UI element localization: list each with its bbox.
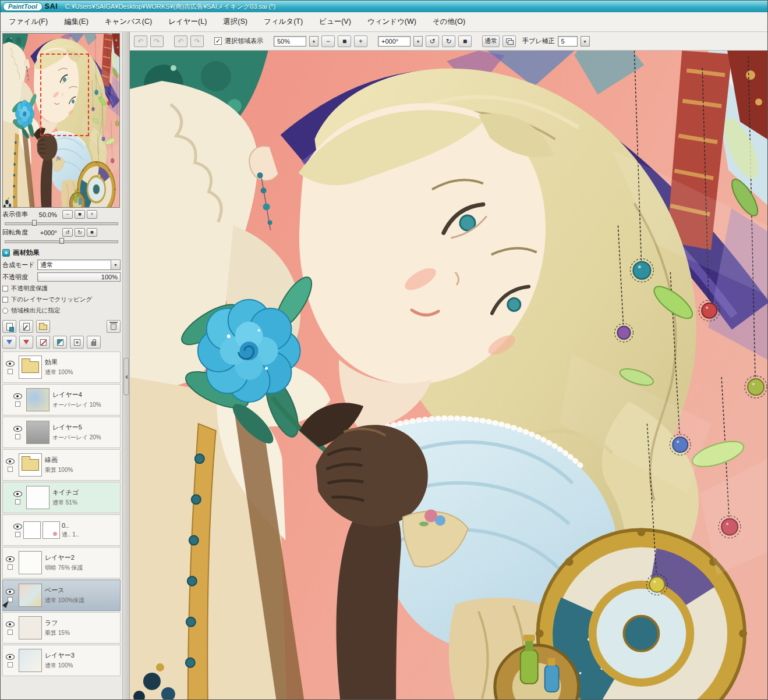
canvas-artwork[interactable] [130,51,767,700]
nav-zoom-reset-button[interactable]: ■ [75,210,85,219]
zoom-label: 表示倍率 [2,210,34,219]
menu-edit[interactable]: 編集(E) [64,17,89,27]
left-panel: 表示倍率 50.0% − ■ + 回転角度 +000° ↺ ↻ ■ + 画材効果… [1,32,123,700]
layer-row[interactable]: レイヤー4 オーバーレイ 10% [2,384,121,415]
stabilizer-input[interactable]: 5 [558,36,578,47]
panel-collapse-handle[interactable] [123,358,129,395]
layer-name: レイヤー4 [52,390,119,399]
nav-rotate-ccw-button[interactable]: ↺ [62,228,73,237]
rotate-cw-button[interactable]: ↻ [442,35,455,47]
layer-name: 0.. [62,522,119,529]
selection-visible-checkbox[interactable]: ✓ [214,37,222,45]
layer-checkbox[interactable] [8,662,13,667]
blend-mode-dropdown-button[interactable]: ▼ [111,260,121,270]
redo-button[interactable]: ↷ [150,35,164,47]
menu-selection[interactable]: 選択(S) [223,17,247,27]
layer-row[interactable]: 0.. 通.. 1.. [2,514,121,546]
expand-icon[interactable]: + [2,249,10,257]
navigator-view-rectangle[interactable] [40,54,89,136]
stabilizer-dropdown-button[interactable]: ▼ [581,36,590,47]
nav-rotate-cw-button[interactable]: ↻ [75,228,85,237]
layer-checkbox[interactable] [8,369,13,374]
blend-mode-select[interactable]: 通常 [37,260,111,270]
eye-icon[interactable] [6,654,15,660]
eye-icon[interactable] [13,393,22,399]
rotation-slider[interactable] [5,238,118,244]
new-vector-layer-button[interactable] [19,320,33,333]
layer-row[interactable]: 線画 乗算 100% [2,449,121,481]
zoom-out-button[interactable]: − [321,35,335,47]
layer-display-button[interactable] [502,35,516,47]
panel-divider[interactable] [123,32,130,700]
delete-layer-button[interactable] [107,320,121,333]
rotate-ccw-button[interactable]: ↺ [426,35,439,47]
menu-file[interactable]: ファイル(F) [9,17,48,27]
selection-redo-button[interactable]: ↷ [190,35,204,47]
rotation-dropdown-button[interactable]: ▼ [413,36,423,47]
painttool-logo: PaintTool [3,2,43,11]
opacity-slider[interactable]: 100% [37,272,121,282]
fill-layer-button[interactable] [53,336,67,349]
eye-icon[interactable] [6,621,15,627]
eye-icon[interactable] [13,426,22,432]
rotation-slider-thumb[interactable] [59,238,64,244]
selection-undo-button[interactable]: ↶ [174,35,187,47]
rotate-reset-button[interactable]: ■ [458,35,472,47]
layer-checkbox[interactable] [15,401,20,407]
eye-icon[interactable] [6,589,15,595]
menu-window[interactable]: ウィンドウ(W) [367,17,416,27]
layer-checkbox[interactable] [15,532,20,537]
layer-checkbox[interactable] [15,499,20,504]
navigator[interactable] [2,33,120,208]
layer-row[interactable]: レイヤー3 通常 100% [2,645,121,676]
new-layer-button[interactable] [2,320,16,333]
zoom-dropdown-button[interactable]: ▼ [309,36,318,47]
zoom-input[interactable]: 50% [274,36,306,47]
clear-layer-button[interactable] [36,336,50,349]
clipping-group-checkbox[interactable] [2,297,8,303]
layer-checkbox[interactable] [8,564,13,570]
lock-layer-button[interactable] [87,336,101,349]
menu-filter[interactable]: フィルタ(T) [264,17,303,27]
layer-name: ラフ [45,619,119,627]
undo-button[interactable]: ↶ [134,35,147,47]
new-layer-set-button[interactable] [36,320,50,333]
layer-row[interactable]: レイヤー5 オーバーレイ 20% [2,417,121,448]
layer-checkbox[interactable] [8,467,13,472]
zoom-in-button[interactable]: + [354,35,367,47]
eye-icon[interactable] [13,491,22,497]
zoom-slider-thumb[interactable] [32,220,37,226]
menu-others[interactable]: その他(O) [433,17,465,27]
transfer-down-button[interactable] [2,336,16,349]
blend-normal-button[interactable]: 通常 [482,35,500,47]
fill-layer-icon [57,339,63,346]
eye-icon[interactable] [6,459,15,464]
nav-zoom-out-button[interactable]: − [62,210,73,219]
opacity-label: 不透明度 [2,273,37,282]
layer-checkbox[interactable] [15,434,20,439]
canvas-viewport[interactable] [130,51,767,700]
eye-icon[interactable] [13,524,22,530]
layer-checkbox[interactable] [8,630,13,635]
layer-row-selected[interactable]: ベース 通常 100%保護 [2,580,121,611]
merge-down-button[interactable] [19,336,33,349]
menu-canvas[interactable]: キャンバス(C) [105,17,152,27]
nav-zoom-in-button[interactable]: + [87,210,97,219]
zoom-reset-button[interactable]: ■ [338,35,351,47]
clipping-group-label: 下のレイヤーでクリッピング [11,296,92,304]
layer-mask-button[interactable] [70,336,84,349]
layer-row[interactable]: キイチゴ 通常 51% [2,482,121,513]
layer-thumbnail [19,649,42,672]
rotation-input[interactable]: +000° [378,36,410,47]
eye-icon[interactable] [6,556,15,562]
menu-layer[interactable]: レイヤー(L) [168,17,207,27]
eye-icon[interactable] [6,361,15,367]
preserve-opacity-checkbox[interactable] [2,286,8,292]
layer-row[interactable]: ラフ 乗算 15% [2,612,121,644]
layer-row[interactable]: 効果 通常 100% [2,351,121,383]
nav-rotate-reset-button[interactable]: ■ [87,228,97,237]
selection-source-radio[interactable] [2,308,8,314]
menu-view[interactable]: ビュー(V) [319,17,351,27]
layer-row[interactable]: レイヤー2 明暗 76% 保護 [2,547,121,578]
zoom-slider[interactable] [5,220,118,226]
